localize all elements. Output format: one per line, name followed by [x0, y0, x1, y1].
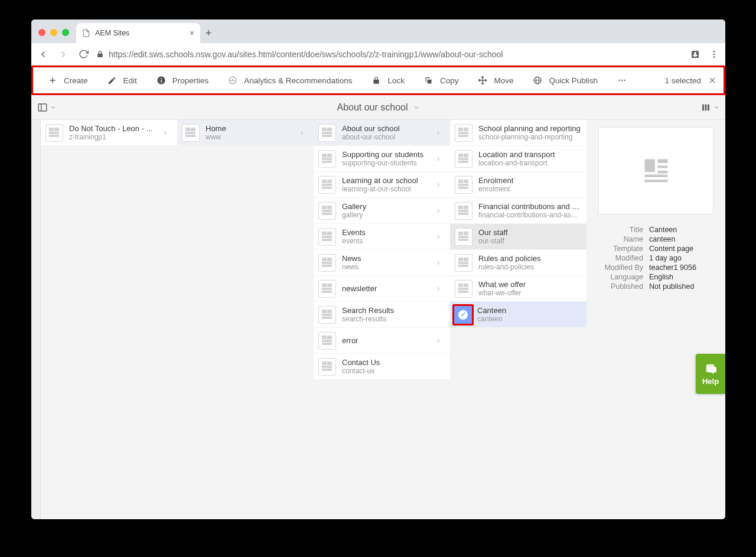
page-thumbnail-icon[interactable]	[318, 358, 336, 376]
column-overflow-left[interactable]	[31, 120, 41, 519]
browser-tab[interactable]: AEM Sites ×	[76, 23, 200, 43]
list-item[interactable]: What we offerwhat-we-offer	[450, 276, 586, 302]
page-thumbnail-icon[interactable]	[455, 280, 472, 298]
meta-label: Name	[596, 235, 649, 243]
chevron-down-icon	[713, 105, 719, 110]
detail-panel: TitleCanteenNamecanteenTemplateContent p…	[586, 120, 725, 519]
close-window-icon[interactable]	[38, 29, 45, 36]
page-thumbnail-icon[interactable]	[318, 280, 336, 298]
chevron-right-icon	[431, 285, 445, 292]
list-item[interactable]: Financial contributions and as...financi…	[450, 198, 586, 224]
column-1: Homewww	[177, 120, 314, 519]
item-title: Do Not Touch - Leon - ...	[69, 124, 158, 133]
reload-button[interactable]	[76, 47, 90, 61]
page-thumbnail-icon[interactable]	[318, 150, 336, 168]
list-item[interactable]: Location and transportlocation-and-trans…	[450, 146, 586, 172]
svg-point-19	[621, 80, 623, 82]
item-path: rules-and-policies	[478, 263, 582, 271]
page-thumbnail-icon[interactable]	[455, 124, 472, 142]
meta-value: Canteen	[649, 226, 677, 234]
forward-button[interactable]	[56, 47, 70, 61]
edit-button[interactable]: Edit	[99, 73, 145, 88]
item-title: School planning and reporting	[478, 124, 582, 133]
lock-button[interactable]: Lock	[363, 73, 413, 88]
back-button[interactable]	[36, 47, 50, 61]
list-item[interactable]: Gallerygallery	[314, 198, 450, 224]
copy-button[interactable]: Copy	[415, 73, 467, 88]
page-thumbnail-icon[interactable]	[455, 202, 472, 220]
list-item[interactable]: Search Resultssearch-results	[314, 302, 450, 328]
meta-label: Template	[596, 245, 649, 253]
page-thumbnail-icon[interactable]	[318, 124, 336, 142]
list-item[interactable]: School planning and reportingschool-plan…	[450, 120, 586, 146]
new-tab-button[interactable]: +	[200, 27, 217, 43]
item-path: events	[342, 237, 431, 245]
move-button[interactable]: Move	[469, 73, 522, 88]
page-thumbnail-icon[interactable]	[455, 228, 472, 246]
browser-menu-icon[interactable]	[708, 48, 721, 61]
list-item[interactable]: Homewww	[177, 120, 314, 146]
item-path: news	[342, 263, 431, 271]
svg-rect-12	[428, 79, 432, 83]
analytics-button[interactable]: Analytics & Recommendations	[219, 73, 360, 88]
move-icon	[477, 75, 488, 86]
deselect-button[interactable]	[707, 75, 718, 86]
properties-button[interactable]: Properties	[148, 73, 217, 88]
page-thumbnail-icon[interactable]	[318, 228, 336, 246]
list-item[interactable]: Learning at our schoollearning-at-our-sc…	[314, 172, 450, 198]
more-actions-button[interactable]	[608, 73, 636, 88]
list-item[interactable]: About our schoolabout-our-school	[314, 120, 450, 146]
column-0: Do Not Touch - Leon - ...z-trainingp1	[41, 120, 177, 519]
list-item[interactable]: Newsnews	[314, 250, 450, 276]
item-path: our-staff	[478, 237, 582, 245]
page-thumbnail-icon[interactable]	[45, 124, 63, 142]
meta-label: Title	[596, 226, 649, 234]
page-preview	[598, 127, 713, 214]
list-item[interactable]: Eventsevents	[314, 224, 450, 250]
quick-publish-button[interactable]: Quick Publish	[524, 73, 606, 88]
list-item[interactable]: error	[314, 328, 450, 354]
chevron-down-icon	[413, 104, 420, 111]
address-bar: https://edit.sws.schools.nsw.gov.au/site…	[31, 43, 725, 66]
page-thumbnail-icon[interactable]	[318, 306, 336, 324]
url-field[interactable]: https://edit.sws.schools.nsw.gov.au/site…	[96, 50, 683, 59]
close-tab-icon[interactable]: ×	[190, 28, 194, 38]
meta-row: PublishedNot published	[596, 282, 716, 291]
list-item[interactable]: newsletter	[314, 276, 450, 302]
rail-toggle-button[interactable]	[37, 102, 56, 113]
item-path: supporting-our-students	[342, 159, 431, 167]
list-item[interactable]: Supporting our studentssupporting-our-st…	[314, 146, 450, 172]
chevron-right-icon	[431, 129, 445, 136]
minimize-window-icon[interactable]	[50, 29, 57, 36]
tab-title: AEM Sites	[95, 29, 129, 37]
help-widget[interactable]: Help	[696, 354, 725, 394]
page-thumbnail-icon[interactable]	[318, 332, 336, 350]
item-title: Contact Us	[342, 358, 445, 367]
item-title: What we offer	[478, 280, 582, 289]
meta-value: Content page	[649, 245, 693, 253]
item-path: z-trainingp1	[69, 133, 158, 141]
page-thumbnail-icon[interactable]	[182, 124, 200, 142]
extension-icon[interactable]	[689, 48, 702, 61]
view-switcher-button[interactable]	[700, 102, 719, 113]
page-thumbnail-icon[interactable]	[318, 176, 336, 194]
list-item[interactable]: Rules and policiesrules-and-policies	[450, 250, 586, 276]
selection-checkmark-icon[interactable]: ✓	[452, 304, 474, 325]
page-thumbnail-icon[interactable]	[318, 254, 336, 272]
page-thumbnail-icon[interactable]	[455, 254, 472, 272]
chevron-right-icon	[431, 155, 445, 162]
meta-row: Modified Byteacher1 9056	[596, 263, 716, 272]
meta-label: Modified	[596, 254, 649, 262]
list-item[interactable]: ✓Canteencanteen	[450, 302, 586, 328]
create-button[interactable]: Create	[39, 73, 96, 88]
list-item[interactable]: Contact Uscontact-us	[314, 354, 450, 380]
maximize-window-icon[interactable]	[62, 29, 69, 36]
list-item[interactable]: Our staffour-staff	[450, 224, 586, 250]
list-item[interactable]: Do Not Touch - Leon - ...z-trainingp1	[41, 120, 177, 146]
page-thumbnail-icon[interactable]	[318, 202, 336, 220]
item-path: financial-contributions-and-as...	[478, 211, 582, 219]
page-title-dropdown[interactable]: About our school	[56, 102, 700, 113]
page-thumbnail-icon[interactable]	[455, 176, 472, 194]
list-item[interactable]: Enrolmentenrolment	[450, 172, 586, 198]
page-thumbnail-icon[interactable]	[455, 150, 472, 168]
